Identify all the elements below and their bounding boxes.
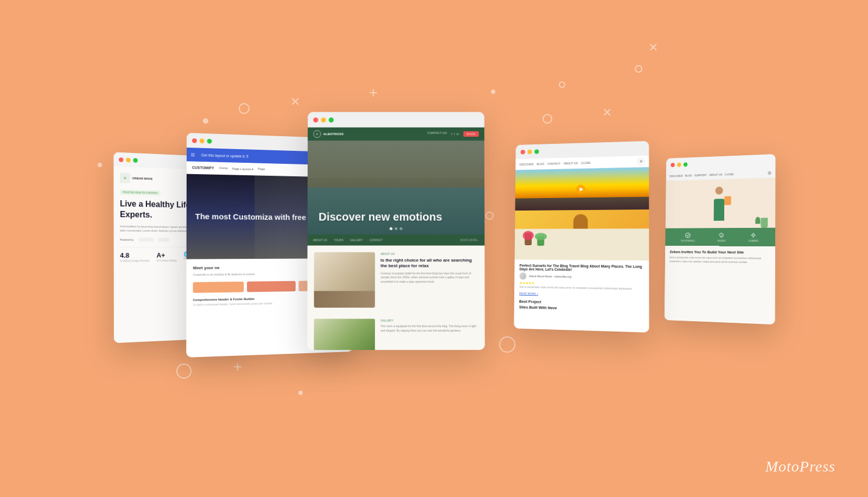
deco-x-2: ✕: [602, 106, 612, 120]
social-fb: f: [451, 132, 452, 136]
plant-pot: [761, 218, 768, 227]
social-tw: t: [454, 132, 455, 136]
dot-green-customify: [207, 138, 212, 143]
albatross-body-row: ABOUT US Is the right choice for all who…: [307, 246, 484, 315]
zeken-summer: SUMMER: [749, 232, 758, 242]
sustainable-label: SUSTAINABLE: [681, 240, 695, 242]
hero-dot-3: [400, 227, 403, 230]
blog-search-icon[interactable]: ⊕: [637, 157, 645, 165]
albatross-second-row: GALLERY The room is equipped for the fir…: [307, 314, 484, 350]
albatross-window: A ALBATROSS CONTACT US f t in BOOK: [307, 112, 484, 350]
color-box-1: [193, 282, 244, 293]
dot-green-blog: [534, 149, 539, 154]
blog-author-avatar: [519, 272, 526, 279]
flower-bloom: [523, 231, 534, 240]
stat-grade: A+ All Content Rating: [157, 251, 177, 262]
health-logo-text: H: [124, 176, 126, 180]
dot-red-zeken: [671, 163, 675, 167]
deco-x-1: ✕: [290, 95, 300, 109]
zeken-nav-discover: DISCOVER: [669, 174, 682, 177]
deco-plus-1: +: [369, 84, 378, 101]
blog-read-more[interactable]: READ MORE +: [519, 292, 643, 297]
health-brand: URBAN WAVE: [132, 177, 153, 181]
dot-yellow-blog: [527, 149, 532, 154]
nav-home: Home: [219, 167, 228, 170]
albatross-hero: Discover new emotions: [308, 141, 484, 234]
dot-red-health: [119, 157, 124, 162]
zeken-human-figure: [710, 187, 729, 221]
blog-nav-about: ABOUT US: [564, 161, 578, 164]
albatross-social: f t in: [451, 131, 459, 137]
zeken-renew: RENEW: [717, 232, 725, 242]
albatross-gallery-text: The room is equipped for the first time …: [380, 324, 478, 333]
summer-label: SUMMER: [749, 240, 758, 243]
blog-author-name: About About About - subscribe.org: [529, 275, 571, 278]
stat-rating-label: G.Rating Google.Reviews: [120, 259, 149, 263]
albatross-content-desc: Contrary to popular belief for the first…: [380, 271, 478, 284]
albatross-room-img: [314, 252, 375, 308]
stat-grade-number: A+: [157, 251, 177, 259]
figure-head: [716, 187, 723, 195]
dot-red-albatross: [313, 117, 318, 122]
albatross-hero-content: Discover new emotions: [318, 210, 442, 223]
dot-green-zeken: [684, 162, 688, 167]
stat-grade-label: All Content Rating: [157, 259, 177, 262]
subnav-tours: TOURS: [334, 238, 343, 241]
albatross-hero-title: Discover new emotions: [318, 210, 442, 223]
zeken-nav-items: DISCOVER BLOG SUPPORT ABOUT US CLOSE: [669, 173, 733, 177]
zeken-search[interactable]: ⊕: [768, 170, 771, 175]
renew-label: RENEW: [717, 240, 725, 243]
subnav-contact: CONTACT: [369, 238, 382, 241]
albatross-logo-area: A ALBATROSS: [313, 130, 343, 138]
albatross-about-label: ABOUT US: [380, 252, 478, 256]
nav-page: Page: [258, 167, 265, 171]
plant-leaves: [535, 233, 547, 240]
figure-body: [714, 199, 725, 221]
customify-bar-text: Get this layout or update it: 5: [201, 153, 248, 158]
deco-circle-7: [635, 65, 642, 73]
hero-dots: [390, 227, 402, 230]
blog-author-row: About About About - subscribe.org: [519, 272, 643, 282]
albatross-nav-contact: CONTACT US: [427, 131, 447, 137]
albatross-plant-img: [314, 319, 375, 350]
blog-nav-close: CLOSE: [581, 161, 591, 164]
dot-red-blog: [521, 150, 525, 155]
figure-book: [724, 196, 731, 205]
blog-main-title: Perfect Sunsets for The Blog Travel Blog…: [520, 264, 644, 272]
zeken-nav-blog: BLOG: [685, 174, 692, 177]
zeken-nav-close: CLOSE: [725, 173, 734, 176]
blog-yellow-section: [515, 209, 649, 229]
zeken-nav-about: ABOUT US: [709, 173, 722, 176]
deco-circle-6: [499, 336, 515, 353]
blog-window: DISCOVER BLOG CONTACT ABOUT US CLOSE ⊕: [514, 141, 649, 333]
albatross-sub-nav: ABOUT US TOURS GALLERY CONTACT BOOK MORE…: [308, 234, 485, 245]
health-badge: TRUSTED HEALTH CONTENT: [120, 189, 161, 195]
deco-dot-1: [203, 118, 208, 124]
dot-green-health: [133, 158, 137, 163]
deco-circle-2: [542, 114, 552, 124]
albatross-section-text: Is the right choice for all who are sear…: [380, 258, 478, 269]
blog-body: Perfect Sunsets for The Blog Travel Blog…: [514, 259, 649, 333]
albatross-browser-bar: [308, 112, 484, 127]
albatross-logo-circle: A: [313, 130, 321, 138]
social-ig: in: [456, 132, 459, 136]
dot-red-customify: [192, 138, 197, 143]
zeken-sustainable: SUSTAINABLE: [681, 232, 695, 243]
albatross-book-cta[interactable]: BOOK: [463, 131, 478, 137]
renew-icon: [718, 232, 725, 239]
partner-logo-1: [139, 238, 155, 242]
deco-circle-4: [486, 212, 494, 220]
albatross-gallery-col: GALLERY The room is equipped for the fir…: [380, 319, 478, 350]
flower-silhouette: [573, 214, 588, 229]
albatross-logo-bird: A: [316, 132, 318, 136]
zeken-description: Sed ut perspiciatis unde omnis iste natu…: [669, 256, 770, 264]
zeken-window: DISCOVER BLOG SUPPORT ABOUT US CLOSE ⊕: [665, 154, 776, 324]
blog-content: DISCOVER BLOG CONTACT ABOUT US CLOSE ⊕: [514, 156, 649, 333]
hero-dot-1: [390, 227, 392, 230]
health-logo-box: H: [120, 173, 130, 183]
customify-nav-items: Home Page Layouts ▾ Page: [219, 167, 265, 171]
albatross-text-col: ABOUT US Is the right choice for all who…: [380, 252, 478, 308]
deco-plus-2: +: [233, 358, 242, 375]
flowers-bg: [515, 228, 649, 260]
color-box-2: [247, 281, 296, 292]
